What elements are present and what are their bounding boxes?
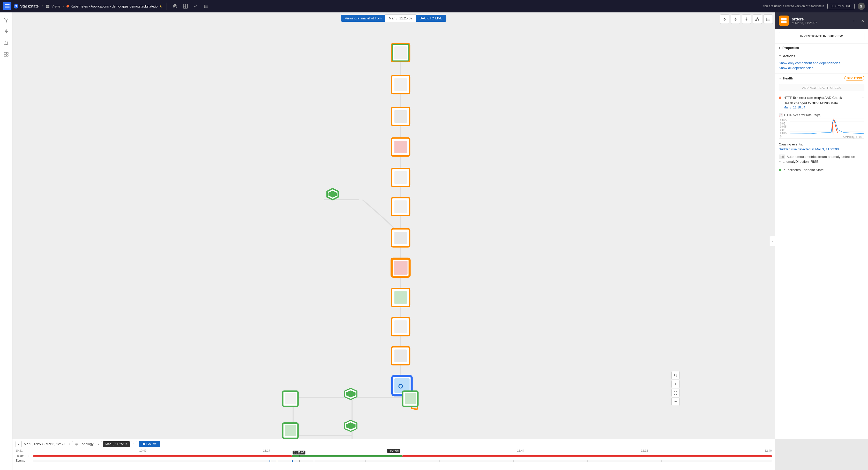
flash-btn-2[interactable] [731, 14, 740, 24]
health-info-icon[interactable]: ⓘ [26, 454, 28, 458]
svg-rect-1 [5, 6, 9, 6]
y-label-1: 0.075 [780, 119, 789, 122]
svg-rect-100 [405, 393, 416, 404]
timeline-next-btn[interactable]: › [67, 441, 73, 447]
svg-rect-5 [46, 5, 48, 6]
chart-icon[interactable] [192, 2, 200, 10]
events-track-bar[interactable] [33, 460, 772, 462]
events-track-label: Events [16, 459, 31, 463]
anomaly-hash-icon: ≡ [779, 160, 781, 164]
fullscreen-btn[interactable] [672, 389, 680, 397]
causing-events-section: Causing events: Sudden rise detected at … [775, 141, 868, 153]
health-check-menu-1[interactable]: ⋯ [860, 95, 864, 100]
health-section-header[interactable]: ▼ Health DEVIATING [775, 74, 868, 83]
chart-svg [790, 118, 864, 135]
http-error-chart: 0.075 0.06 0.045 0.03 0.015 0 [779, 118, 864, 139]
time-prev-btn[interactable]: ‹ [96, 441, 102, 447]
health-check-header-2: Kubernetes Endpoint State ⋯ [779, 168, 864, 172]
topology-canvas[interactable]: Viewing a snapshot from Mar 3, 11:25:07 … [12, 12, 775, 439]
svg-point-10 [173, 4, 177, 8]
timeline-range: Mar 3, 09:53 - Mar 3, 12:59 [24, 442, 65, 446]
flash-icon[interactable] [2, 27, 11, 36]
panel-close-button[interactable]: ✕ [861, 19, 864, 23]
breadcrumb-separator-1: / [42, 4, 43, 8]
flash-btn-1[interactable] [720, 14, 730, 24]
health-track-bar[interactable]: 11:25:07 [33, 455, 772, 457]
topology-nodes[interactable]: O [283, 44, 418, 439]
panel-more-menu[interactable]: ⋯ [853, 19, 857, 23]
cursor-time-label: 11:25:07 [293, 450, 306, 454]
network-icon[interactable] [171, 2, 179, 10]
properties-chevron: ▶ [779, 46, 781, 49]
svg-marker-34 [745, 17, 748, 21]
actions-content: Show only component and dependencies Sho… [775, 60, 868, 74]
filter-icon[interactable] [2, 16, 11, 25]
svg-rect-2 [5, 7, 9, 8]
component-icon [779, 16, 789, 26]
bell-icon[interactable] [2, 38, 11, 48]
timeline-prev-btn[interactable]: ‹ [16, 441, 22, 447]
show-component-deps-link[interactable]: Show only component and dependencies [779, 61, 864, 65]
health-check-menu-2[interactable]: ⋯ [860, 168, 864, 172]
timeline-time-nav: ‹ Mar 3, 11:25:07 › [96, 441, 137, 447]
svg-point-24 [860, 5, 862, 7]
y-label-6: 0 [780, 135, 789, 138]
timeline-topology-label: Topology [80, 442, 94, 446]
svg-rect-81 [395, 200, 407, 213]
properties-title: Properties [782, 46, 799, 50]
investigate-button[interactable]: INVESTIGATE IN SUBVIEW [779, 32, 864, 40]
topology-toolbar [720, 14, 773, 24]
svg-text:S: S [15, 5, 17, 8]
list-icon[interactable] [202, 2, 210, 10]
list-view-btn[interactable] [764, 14, 773, 24]
go-live-dot [143, 443, 145, 445]
current-time-selector[interactable]: Mar 3, 11:25:07 [103, 441, 130, 447]
anomaly-title: fn Autonomous metric stream anomaly dete… [779, 154, 864, 159]
app-logo: S StackState [13, 4, 39, 9]
svg-rect-8 [48, 6, 50, 8]
svg-rect-77 [395, 171, 407, 184]
hamburger-menu[interactable] [3, 2, 11, 10]
go-live-button[interactable]: Go live [139, 441, 160, 447]
nav-right: You are using a limited version of Stack… [763, 3, 865, 10]
zoom-in-btn[interactable]: + [672, 380, 680, 388]
time-mark-2: 10:49 [140, 449, 147, 453]
timeline-zoom-icon[interactable]: ⊕ [75, 442, 78, 446]
component-name: orders [792, 17, 817, 21]
add-health-check-button[interactable]: ADD NEW HEALTH CHECK [779, 84, 864, 91]
causing-events-title: Causing events: [779, 142, 864, 146]
zoom-out-btn[interactable]: − [672, 398, 680, 406]
search-zoom-btn[interactable] [672, 371, 680, 379]
properties-section-header[interactable]: ▶ Properties [775, 43, 868, 52]
snapshot-date: Mar 3, 11:25:07 [385, 14, 416, 22]
learn-more-button[interactable]: LEARN MORE [827, 3, 855, 9]
svg-line-114 [676, 376, 677, 377]
show-all-deps-link[interactable]: Show all dependencies [779, 66, 864, 70]
time-mark-7: 12:40 [765, 449, 772, 453]
panel-collapse-arrow[interactable]: ‹ [770, 236, 775, 246]
component-icon[interactable] [2, 50, 11, 59]
actions-section-header[interactable]: ▼ Actions [775, 52, 868, 60]
health-date-1[interactable]: Mar 3, 11:18:04 [779, 106, 864, 109]
topology-graph: O [12, 12, 775, 439]
right-panel: orders at Mar 3, 11:25:07 ⋯ ✕ INVESTIGAT… [775, 12, 868, 439]
health-status-dot-orange [779, 96, 781, 99]
health-track: Health ⓘ 11:25:07 [16, 454, 772, 458]
time-mark-4: 11:25:07 [387, 449, 401, 453]
time-mark-5: 11:44 [517, 449, 524, 453]
back-to-live-button[interactable]: BACK TO LIVE [416, 15, 446, 22]
actions-chevron: ▼ [779, 55, 781, 57]
flash-btn-3[interactable] [742, 14, 751, 24]
svg-rect-31 [6, 55, 8, 56]
favorite-star[interactable]: ★ [159, 4, 162, 8]
layout-btn[interactable] [753, 14, 762, 24]
views-link[interactable]: Views [52, 4, 60, 8]
panel-header: orders at Mar 3, 11:25:07 ⋯ ✕ [775, 12, 868, 29]
causing-event-link[interactable]: Sudden rise detected at Mar 3, 11:22:00 [779, 147, 839, 151]
svg-point-44 [766, 19, 767, 20]
user-avatar[interactable] [858, 3, 865, 10]
time-next-btn[interactable]: › [131, 441, 137, 447]
health-state-text: Health changed to DEVIATING state [779, 101, 864, 105]
breadcrumb-separator-2: / [63, 4, 64, 8]
layout-icon[interactable] [181, 2, 190, 10]
